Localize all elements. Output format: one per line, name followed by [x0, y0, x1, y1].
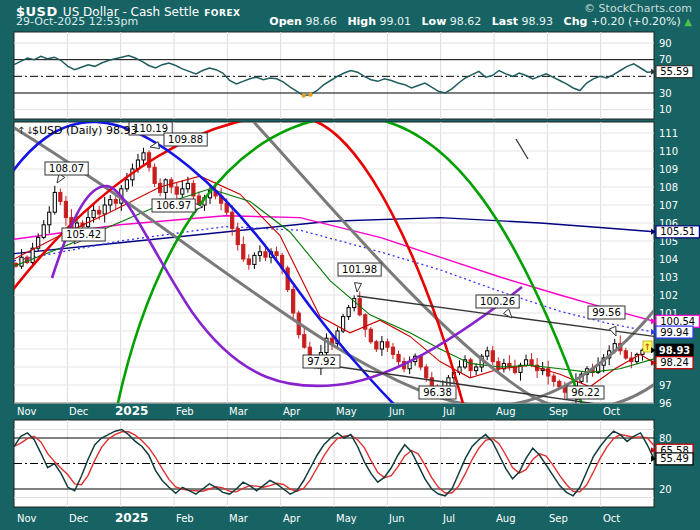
svg-text:30: 30 — [659, 88, 672, 99]
svg-text:108: 108 — [659, 182, 678, 193]
svg-text:109: 109 — [659, 164, 678, 175]
svg-text:100.54: 100.54 — [660, 316, 695, 327]
svg-text:102: 102 — [659, 290, 678, 301]
svg-text:110: 110 — [659, 146, 678, 157]
svg-text:70: 70 — [659, 54, 672, 65]
svg-text:Nov: Nov — [17, 513, 37, 524]
svg-text:101.98: 101.98 — [342, 264, 377, 275]
svg-text:96: 96 — [659, 398, 672, 409]
price-panel: ↑108.07110.19109.88106.97105.42101.98100… — [0, 116, 672, 442]
svg-text:105.51: 105.51 — [660, 226, 695, 237]
svg-text:10: 10 — [659, 104, 672, 115]
svg-text:96.22: 96.22 — [571, 387, 600, 398]
svg-text:96.38: 96.38 — [423, 387, 452, 398]
svg-text:90: 90 — [659, 38, 672, 49]
svg-text:108.07: 108.07 — [49, 163, 84, 174]
svg-text:Mar: Mar — [229, 406, 249, 417]
svg-text:107: 107 — [659, 200, 678, 211]
svg-text:105.42: 105.42 — [66, 229, 101, 240]
svg-text:May: May — [336, 513, 357, 524]
svg-text:99.56: 99.56 — [592, 307, 621, 318]
svg-text:Mar: Mar — [229, 513, 249, 524]
svg-text:Jun: Jun — [388, 513, 405, 524]
svg-text:100.26: 100.26 — [480, 296, 515, 307]
main-chart-label: ↑↓$USD (Daily) 98.93 — [17, 124, 137, 137]
stockcharts-chart-image: $USD US Dollar - Cash Settle FOREX © Sto… — [0, 0, 700, 530]
svg-text:55.49: 55.49 — [660, 453, 689, 464]
chart-canvas: ↑108.07110.19109.88106.97105.42101.98100… — [0, 0, 700, 530]
svg-text:Jul: Jul — [442, 406, 455, 417]
svg-text:Oct: Oct — [603, 406, 620, 417]
svg-text:Nov: Nov — [17, 406, 37, 417]
svg-text:Feb: Feb — [176, 513, 194, 524]
svg-text:99.94: 99.94 — [660, 327, 689, 338]
svg-text:Jun: Jun — [388, 406, 405, 417]
stoch-panel — [14, 420, 654, 507]
svg-text:97: 97 — [659, 380, 672, 391]
svg-text:2025: 2025 — [115, 404, 148, 418]
svg-text:2025: 2025 — [115, 511, 148, 525]
svg-text:Jul: Jul — [442, 513, 455, 524]
svg-text:104: 104 — [659, 254, 678, 265]
svg-text:103: 103 — [659, 272, 678, 283]
svg-text:20: 20 — [659, 484, 672, 495]
svg-text:Dec: Dec — [69, 406, 88, 417]
svg-text:Apr: Apr — [283, 406, 301, 417]
oversold-dot — [301, 93, 305, 97]
svg-text:111: 111 — [659, 128, 678, 139]
svg-text:110.19: 110.19 — [133, 123, 168, 134]
oversold-dot — [308, 92, 312, 96]
svg-text:Aug: Aug — [496, 513, 516, 524]
rsi-panel — [14, 32, 654, 119]
svg-text:Sep: Sep — [549, 513, 568, 524]
svg-text:106.97: 106.97 — [156, 200, 191, 211]
svg-text:Apr: Apr — [283, 513, 301, 524]
svg-text:Oct: Oct — [603, 513, 620, 524]
svg-text:Aug: Aug — [496, 406, 516, 417]
svg-text:Sep: Sep — [549, 406, 568, 417]
svg-text:Feb: Feb — [176, 406, 194, 417]
svg-text:↑: ↑ — [644, 342, 652, 352]
svg-text:55.59: 55.59 — [660, 66, 689, 77]
svg-text:May: May — [336, 406, 357, 417]
svg-text:98.93: 98.93 — [659, 345, 691, 356]
svg-text:109.88: 109.88 — [168, 134, 203, 145]
svg-text:Dec: Dec — [69, 513, 88, 524]
svg-text:$USD (Daily) 98.93: $USD (Daily) 98.93 — [32, 124, 137, 137]
svg-text:80: 80 — [659, 433, 672, 444]
svg-text:98.24: 98.24 — [660, 357, 689, 368]
svg-text:97.92: 97.92 — [307, 356, 336, 367]
